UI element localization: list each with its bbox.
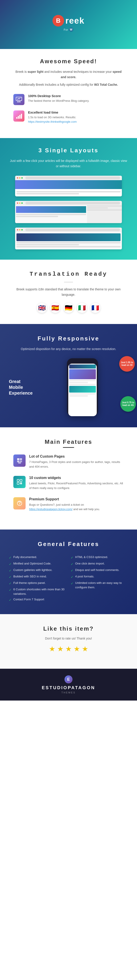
general-feature-label-r5: Unlimited colors with an easy way to con…: [75, 581, 128, 589]
feature-widgets: 10 custom widgets Latest tweets, Flickr,…: [13, 476, 124, 490]
dot-yellow-3: [19, 229, 20, 231]
hero-logo-circle: B: [52, 15, 64, 27]
hero-for-text: For: [64, 28, 68, 32]
svg-rect-8: [17, 458, 19, 460]
svg-rect-10: [17, 460, 19, 462]
title-underline: [63, 447, 74, 448]
url-bar-2: [25, 202, 120, 204]
loadtime-icon: [13, 110, 24, 122]
hero-logo-name: reek: [65, 16, 85, 25]
phone-screen: [68, 364, 97, 416]
browser-body-3: [15, 232, 122, 250]
support-desc: Bugs or Questions?, just submit a ticket…: [29, 503, 124, 512]
svg-rect-4: [16, 117, 17, 119]
footer-logo-text: ESTUDIOPATAGON: [9, 685, 128, 690]
responsive-desc: Optimized disposition for any device, no…: [9, 347, 128, 352]
star-4: ★: [74, 645, 80, 653]
support-text: Premium Support Bugs or Questions?, just…: [29, 497, 124, 512]
dot-green-1: [21, 177, 23, 178]
feature-custom-pages: Lot of Custom Pages 7 HomePages, 3 Post …: [13, 455, 124, 469]
speed-feature-loadtime: Excellent load time 1.5s to load on 3G n…: [13, 110, 124, 124]
phone-text-4: [69, 393, 96, 395]
widgets-desc: Latest tweets, Flickr, Recent/Featured P…: [29, 481, 124, 490]
footer-logo-container: E: [9, 675, 128, 683]
general-feature-6: ✓ 6 Custom shortcodes with more than 30 …: [9, 587, 66, 597]
check-icon-r3: ✓: [71, 568, 73, 573]
main-features-section: Main Features Lot of Custom Pages 7 Home…: [0, 427, 137, 530]
check-icon-2: ✓: [9, 562, 11, 566]
general-feature-5: ✓ Full theme options panel.: [9, 580, 66, 587]
main-features-title: Main Features: [13, 438, 124, 445]
widgets-icon: [13, 476, 25, 488]
desktop-score-title: 100% Desktop Score: [28, 94, 90, 98]
svg-rect-7: [21, 114, 22, 119]
check-icon-r5: ✓: [71, 581, 73, 586]
feature-support: Premium Support Bugs or Questions?, just…: [13, 497, 124, 512]
phone-text-1: [69, 380, 96, 381]
browser-nav-1: [15, 176, 122, 180]
full-img-1: [15, 180, 122, 189]
general-feature-label-1: Fully documented.: [13, 555, 37, 559]
line-2: [16, 193, 79, 194]
browser-content-1: [15, 190, 122, 196]
translation-separator: [64, 282, 73, 282]
svg-point-18: [19, 504, 20, 504]
side-line-2: [87, 207, 108, 208]
dot-red-3: [17, 229, 18, 231]
dot-yellow-1: [19, 177, 20, 178]
speed-desc-2: Additionally Breek Includes a fully opti…: [13, 82, 124, 88]
phone-header-bar: [69, 364, 96, 369]
responsive-left-text: Great Mobile Experience: [9, 379, 33, 396]
wordpress-icon: W: [69, 27, 73, 32]
stars-row: ★ ★ ★ ★ ★: [13, 645, 124, 653]
phone-text-2: [69, 382, 88, 383]
responsive-section: Fully Responsive Optimized disposition f…: [0, 324, 137, 428]
general-feature-r3: ✓ Disqus and self hosted comments.: [71, 567, 128, 574]
check-icon-1: ✓: [9, 555, 11, 560]
main-line-2b: [16, 216, 58, 217]
dot-green-3: [21, 229, 23, 231]
footer-logo-circle: E: [65, 675, 72, 683]
general-feature-3: ✓ Custom galleries with lightbox.: [9, 567, 66, 574]
desktop-score-icon: [13, 94, 24, 105]
svg-rect-9: [20, 458, 22, 460]
testmysite-link[interactable]: https://testmysite.thinkwithgoogle.com: [28, 120, 77, 123]
ticksy-link[interactable]: https://estudiopatagon.ticksy.com/: [29, 508, 72, 511]
custom-pages-icon: [13, 455, 25, 467]
flag-gb: 🇬🇧: [37, 303, 47, 313]
speed-badge-4g: Just 0.75 to load on 4G: [120, 396, 136, 412]
footer-subtitle: THEMES: [9, 691, 128, 694]
svg-rect-12: [18, 463, 21, 463]
check-icon-r1: ✓: [71, 555, 73, 560]
phone-frame: [67, 358, 98, 416]
like-section: Like this item? Don't forget to rate us!…: [0, 614, 137, 669]
loadtime-desc: 1.5s to load on 3G networks. Results: ht…: [28, 115, 77, 124]
general-feature-label-4: Builded with SEO in mind.: [13, 574, 47, 579]
check-icon-5: ✓: [9, 581, 11, 586]
browser-main-2: [15, 205, 87, 223]
speed-title: Awesome Speed!: [13, 58, 124, 65]
general-feature-r1: ✓ HTML & CSS3 optimized.: [71, 554, 128, 561]
phone-content: [68, 364, 97, 398]
main-img-2: [16, 206, 86, 213]
star-3: ★: [65, 645, 72, 653]
check-icon-r2: ✓: [71, 562, 73, 566]
translation-title: Translation Ready: [13, 271, 124, 277]
svg-rect-13: [17, 479, 19, 481]
widgets-title: 10 custom widgets: [29, 476, 124, 480]
desktop-score-text: 100% Desktop Score The fastest theme on …: [28, 94, 90, 103]
custom-pages-title: Lot of Custom Pages: [29, 455, 124, 458]
general-feature-label-5: Full theme options panel.: [13, 581, 46, 585]
line-3a: [16, 242, 121, 243]
check-icon-r4: ✓: [71, 575, 73, 579]
translation-desc: Breek supports i18n standard that allows…: [13, 287, 124, 298]
star-2: ★: [57, 645, 64, 653]
line-3b: [16, 244, 79, 245]
phone-text-5: [69, 395, 88, 396]
custom-pages-text: Lot of Custom Pages 7 HomePages, 3 Post …: [29, 455, 124, 469]
layout-classic-mockup: [15, 201, 122, 223]
general-feature-4: ✓ Builded with SEO in mind.: [9, 574, 66, 580]
loadtime-text: Excellent load time 1.5s to load on 3G n…: [28, 110, 77, 124]
footer-section: E ESTUDIOPATAGON THEMES: [0, 669, 137, 700]
hero-logo-letter: B: [56, 17, 60, 24]
